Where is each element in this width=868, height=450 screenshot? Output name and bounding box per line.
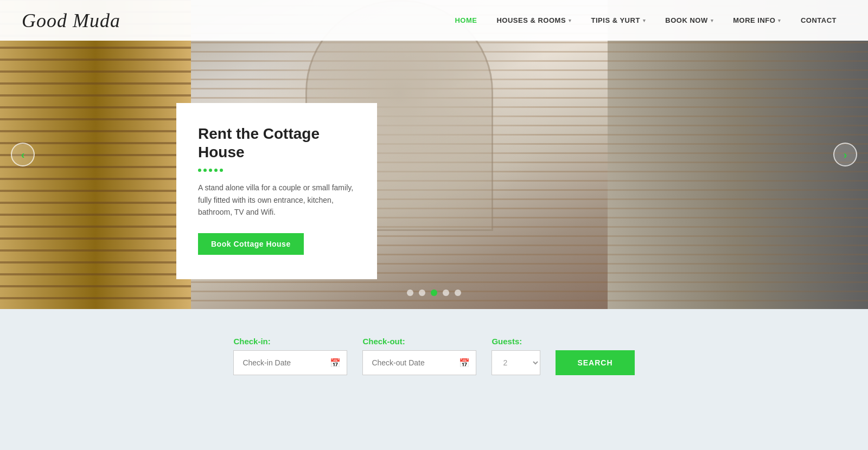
guests-group: Guests: 123456 — [492, 337, 540, 375]
chevron-down-icon: ▾ — [569, 18, 572, 23]
checkout-label: Check-out: — [362, 337, 476, 346]
header: Good Muda HOMEHOUSES & ROOMS▾TIPIS & YUR… — [0, 0, 868, 41]
hero-panel-right — [608, 0, 868, 309]
book-cottage-button[interactable]: Book Cottage House — [198, 233, 304, 255]
checkin-label: Check-in: — [233, 337, 347, 346]
guests-label: Guests: — [492, 337, 540, 346]
chevron-down-icon: ▾ — [643, 18, 646, 23]
carousel-prev-button[interactable]: ‹ — [11, 143, 35, 166]
search-button[interactable]: SEARCH — [556, 350, 634, 375]
main-nav: HOMEHOUSES & ROOMS▾TIPIS & YURT▾BOOK NOW… — [445, 0, 846, 41]
checkout-group: Check-out: 📅 — [362, 337, 476, 375]
nav-item-more-info[interactable]: MORE INFO▾ — [723, 0, 791, 41]
slide-card: Rent the Cottage House A stand alone vil… — [176, 103, 377, 279]
nav-item-home[interactable]: HOME — [445, 0, 487, 41]
carousel-dot-3[interactable] — [431, 290, 437, 296]
nav-item-tipis-yurt[interactable]: TIPIS & YURT▾ — [582, 0, 656, 41]
checkin-input[interactable] — [233, 350, 347, 375]
checkout-input-wrap: 📅 — [362, 350, 476, 375]
slide-description: A stand alone villa for a couple or smal… — [198, 182, 355, 218]
nav-item-houses-rooms[interactable]: HOUSES & ROOMS▾ — [487, 0, 581, 41]
checkin-group: Check-in: 📅 — [233, 337, 347, 375]
decorative-dots — [198, 169, 355, 172]
nav-item-contact[interactable]: CONTACT — [791, 0, 846, 41]
carousel-dot-2[interactable] — [419, 290, 425, 296]
checkin-input-wrap: 📅 — [233, 350, 347, 375]
hero-background — [0, 0, 868, 309]
nav-item-book-now[interactable]: BOOK NOW▾ — [655, 0, 723, 41]
site-logo[interactable]: Good Muda — [22, 9, 120, 32]
carousel-next-button[interactable]: › — [833, 143, 857, 166]
slide-title: Rent the Cottage House — [198, 125, 355, 161]
carousel-dot-1[interactable] — [407, 290, 413, 296]
guests-select[interactable]: 123456 — [492, 350, 540, 375]
carousel-dots — [407, 290, 461, 296]
booking-section: Check-in: 📅 Check-out: 📅 Guests: 123456 … — [0, 309, 868, 408]
carousel-dot-4[interactable] — [443, 290, 449, 296]
carousel-dot-5[interactable] — [455, 290, 461, 296]
booking-form: Check-in: 📅 Check-out: 📅 Guests: 123456 … — [233, 336, 634, 375]
chevron-down-icon: ▾ — [778, 18, 781, 23]
hero-section: Rent the Cottage House A stand alone vil… — [0, 0, 868, 309]
checkout-input[interactable] — [362, 350, 476, 375]
chevron-down-icon: ▾ — [711, 18, 714, 23]
